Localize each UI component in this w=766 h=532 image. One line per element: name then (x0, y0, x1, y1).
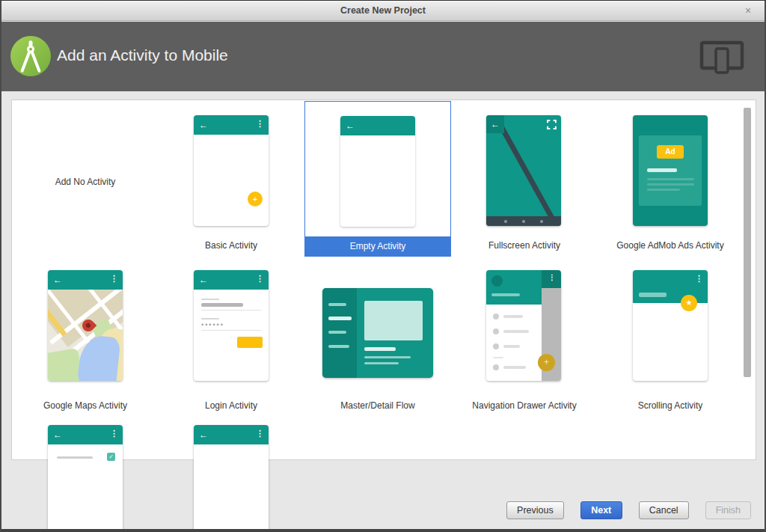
template-add-no-activity[interactable]: Add No Activity (12, 174, 159, 189)
template-label: Navigation Drawer Activity (451, 398, 598, 413)
fab-plus-icon: + (248, 192, 263, 207)
nav-bar (486, 216, 561, 226)
placeholder-line (57, 456, 93, 459)
fullscreen-icon (547, 120, 557, 129)
placeholder-line (328, 331, 346, 334)
placeholder-line (647, 183, 694, 186)
divider (493, 357, 503, 358)
create-new-project-dialog: Create New Project × Add an Activity to … (0, 0, 766, 532)
appbar: ← (340, 116, 415, 135)
back-arrow-icon: ← (53, 430, 62, 439)
map-art (48, 290, 123, 381)
template-label: Google Maps Activity (12, 398, 159, 413)
back-arrow-icon: ← (491, 120, 500, 129)
placeholder-line (647, 178, 694, 180)
activity-gallery: Add No Activity ← ⋮ + Basic Activity ← E… (11, 100, 756, 460)
window-bottom-edge (1, 529, 765, 532)
list-bullet (493, 314, 499, 319)
next-button[interactable]: Next (580, 501, 622, 519)
list-bullet (493, 364, 499, 370)
list-bullet (493, 328, 499, 334)
template-label: Master/Detail Flow (304, 398, 451, 413)
drawer-body (486, 305, 542, 381)
login-activity-thumbnail: ← ⋮ •••••• (194, 270, 269, 381)
master-detail-thumbnail (322, 288, 433, 378)
appbar-tall: ⋮ (633, 270, 708, 303)
title-placeholder-line (639, 293, 667, 297)
placeholder-line (364, 356, 411, 358)
template-label: Basic Activity (158, 238, 304, 253)
field-label-line (201, 318, 219, 319)
kebab-menu-icon: ⋮ (256, 120, 264, 128)
ad-badge: Ad (657, 145, 684, 159)
field-label-line (201, 299, 219, 300)
nav-dot (522, 220, 525, 223)
kebab-menu-icon: ⋮ (256, 275, 264, 283)
partial-thumbnail: ← ⋮ ✓ (48, 425, 123, 532)
appbar: ← ⋮ (48, 270, 123, 290)
back-arrow-icon: ← (199, 120, 208, 129)
placeholder-line (503, 366, 526, 369)
close-icon[interactable]: × (739, 1, 757, 21)
placeholder-line (364, 362, 399, 364)
appbar: ← ⋮ (194, 425, 269, 444)
admob-content: Ad (639, 135, 702, 206)
back-arrow-icon: ← (199, 430, 208, 439)
partial-thumbnail: ← ⋮ (194, 425, 269, 532)
wizard-footer: Previous Next Cancel Finish (506, 501, 751, 519)
empty-activity-thumbnail: ← (340, 116, 415, 227)
selected-template-label: Empty Activity (305, 236, 450, 256)
detail-image-placeholder (364, 301, 423, 340)
placeholder-line (647, 168, 677, 172)
back-arrow-icon: ← (346, 121, 355, 130)
appbar: ← ⋮ (194, 270, 269, 290)
placeholder-line (328, 317, 352, 320)
admob-phone: Ad (633, 115, 708, 226)
appbar: ← ⋮ (48, 425, 123, 444)
page-title: Add an Activity to Mobile (57, 46, 228, 64)
finish-button[interactable]: Finish (705, 501, 751, 519)
nav-drawer-thumbnail: ⋮ + (486, 270, 561, 381)
fullscreen-activity-thumbnail: ← (486, 115, 561, 226)
avatar (491, 275, 503, 287)
fullscreen-body: ← (486, 115, 561, 226)
template-label: Scrolling Activity (597, 398, 744, 413)
password-dots: •••••• (201, 323, 246, 326)
kebab-menu-icon: ⋮ (110, 429, 118, 438)
nav-dot (504, 220, 507, 223)
field-underline (201, 330, 261, 331)
master-list-panel (322, 288, 357, 378)
placeholder-line (328, 303, 346, 306)
placeholder-line (503, 330, 529, 333)
titlebar[interactable]: Create New Project × (1, 1, 765, 21)
back-arrow-icon: ← (199, 275, 208, 284)
nav-dot (540, 220, 543, 223)
placeholder-line (647, 189, 680, 191)
vertical-scrollbar[interactable] (744, 108, 751, 377)
checkbox-icon: ✓ (107, 453, 115, 461)
kebab-menu-icon: ⋮ (110, 275, 118, 283)
content-appbar: ⋮ (542, 270, 561, 288)
placeholder-line (328, 345, 349, 348)
back-square: ← (486, 115, 504, 133)
placeholder-line (491, 293, 520, 296)
template-label: Login Activity (158, 398, 304, 413)
template-label: Google AdMob Ads Activity (597, 238, 744, 253)
placeholder-line (364, 347, 396, 351)
mobile-devices-icon (699, 40, 745, 76)
android-studio-logo-icon (10, 36, 51, 76)
scrolling-activity-thumbnail: ⋮ ★ (633, 270, 708, 381)
kebab-menu-icon: ⋮ (256, 429, 264, 438)
template-empty-activity-selected[interactable]: ← Empty Activity (304, 101, 451, 257)
wizard-header: Add an Activity to Mobile (1, 22, 765, 91)
cancel-button[interactable]: Cancel (639, 501, 689, 519)
map-pin-dot (85, 322, 91, 328)
placeholder-line (503, 345, 520, 348)
sign-in-button-shape (237, 337, 263, 348)
drawer-header (486, 270, 542, 305)
template-label: Fullscreen Activity (451, 238, 598, 253)
kebab-menu-icon: ⋮ (548, 274, 556, 281)
kebab-menu-icon: ⋮ (695, 275, 703, 283)
username-field-line (201, 303, 243, 307)
previous-button[interactable]: Previous (506, 501, 564, 519)
